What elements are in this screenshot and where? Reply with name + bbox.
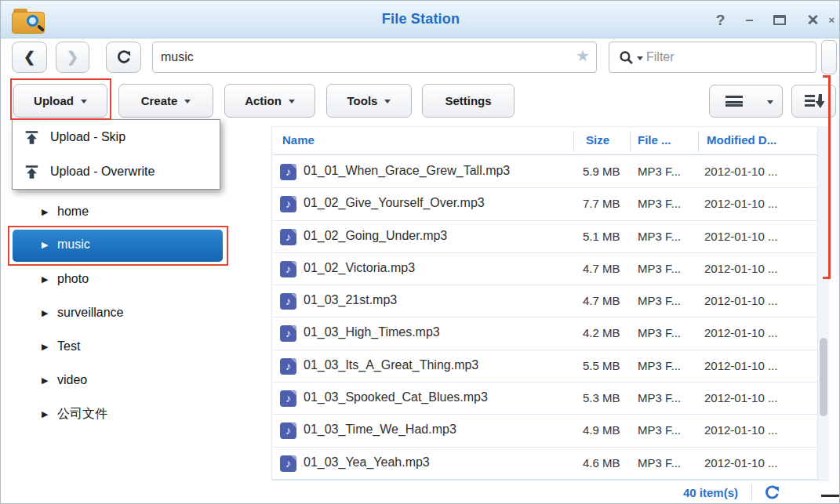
table-row[interactable]: ♪ 01_03_High_Times.mp3 4.2 MB MP3 F... 2… (272, 317, 817, 350)
sidebar-item-video[interactable]: ▶ video (1, 368, 260, 392)
column-header-name[interactable]: Name (282, 133, 315, 147)
list-view-button[interactable] (709, 85, 759, 118)
path-field[interactable]: ★ (152, 42, 597, 73)
file-size: 4.7 MB (583, 294, 620, 307)
sidebar-item-label: photo (57, 272, 89, 286)
column-header-size[interactable]: Size (586, 133, 609, 147)
table-row[interactable]: ♪ 01_03_Yea_Yeah.mp3 4.6 MB MP3 F... 201… (272, 448, 817, 480)
expand-arrow-icon[interactable]: ▶ (42, 342, 48, 352)
table-row[interactable]: ♪ 01_03_Its_A_Great_Thing.mp3 5.5 MB MP3… (272, 350, 817, 383)
file-name: 01_03_21st.mp3 (304, 293, 397, 307)
column-header-modified[interactable]: Modified D... (707, 133, 776, 147)
expand-arrow-icon[interactable]: ▶ (42, 375, 48, 386)
expand-arrow-icon[interactable]: ▶ (42, 409, 48, 419)
item-count-label: 40 item(s) (683, 486, 738, 499)
action-button[interactable]: Action (224, 84, 315, 118)
create-button[interactable]: Create (118, 84, 213, 118)
menu-item-upload-skip[interactable]: Upload - Skip (13, 120, 220, 154)
column-separator[interactable] (573, 131, 574, 152)
status-divider (751, 484, 752, 500)
mp3-file-icon: ♪ (280, 358, 296, 375)
filter-input[interactable] (646, 50, 772, 64)
sidebar-item-label: home (57, 205, 89, 219)
file-name: 01_03_High_Times.mp3 (304, 325, 440, 339)
minimize-icon[interactable]: – (745, 13, 753, 27)
table-row[interactable]: ♪ 01_03_Spooked_Cat_Blues.mp3 5.3 MB MP3… (272, 383, 817, 415)
mp3-file-icon: ♪ (280, 293, 296, 310)
filter-field[interactable] (609, 42, 816, 73)
sidebar-item-home[interactable]: ▶ home (1, 200, 260, 223)
search-icon (619, 50, 634, 65)
file-name: 01_03_Time_We_Had.mp3 (304, 422, 456, 437)
upload-icon (24, 165, 39, 179)
sidebar-item-surveillance[interactable]: ▶ surveillance (1, 301, 260, 325)
sidebar-item-label: Test (57, 339, 80, 354)
file-name: 01_01_When_Grace_Grew_Tall.mp3 (304, 164, 510, 178)
file-type: MP3 F... (638, 456, 681, 470)
status-bar: 40 item(s) (271, 480, 829, 504)
settings-button[interactable]: Settings (422, 84, 515, 118)
file-type: MP3 F... (638, 165, 681, 178)
upload-button[interactable]: Upload (13, 84, 107, 118)
upload-icon (24, 130, 39, 145)
table-row[interactable]: ♪ 01_02_Victoria.mp3 4.7 MB MP3 F... 201… (272, 253, 817, 285)
list-header-row: Name Size File ... Modified D... (272, 126, 817, 155)
sidebar-item-music[interactable]: ▶ music (13, 230, 223, 262)
file-modified: 2012-01-10 ... (704, 359, 777, 372)
expand-arrow-icon[interactable]: ▶ (42, 274, 48, 285)
sidebar-item-company-files[interactable]: ▶ 公司文件 (1, 402, 260, 426)
file-modified: 2012-01-10 ... (704, 294, 777, 307)
file-name: 01_03_Yea_Yeah.mp3 (304, 455, 430, 470)
maximize-icon[interactable] (773, 15, 786, 25)
forward-button[interactable]: ❯ (56, 42, 89, 73)
search-options-caret-icon[interactable] (637, 56, 643, 60)
file-name: 01_03_Its_A_Great_Thing.mp3 (304, 358, 478, 372)
file-modified: 2012-01-10 ... (704, 326, 777, 339)
expand-arrow-icon[interactable]: ▶ (42, 308, 48, 318)
file-size: 5.5 MB (583, 359, 620, 372)
create-button-label: Create (141, 94, 178, 107)
path-input[interactable] (161, 42, 561, 72)
back-button[interactable]: ❮ (12, 42, 47, 73)
file-type: MP3 F... (638, 197, 681, 210)
sidebar-item-test[interactable]: ▶ Test (1, 335, 260, 358)
vertical-scrollbar[interactable] (817, 126, 829, 480)
underscore-mark (821, 495, 840, 497)
file-modified: 2012-01-10 ... (704, 423, 777, 437)
expand-arrow-icon[interactable]: ▶ (42, 207, 48, 217)
edge-partial-button (821, 40, 837, 74)
sort-button[interactable] (791, 85, 836, 118)
upload-dropdown-menu: Upload - Skip Upload - Overwrite (12, 119, 220, 190)
table-row[interactable]: ♪ 01_02_Going_Under.mp3 5.1 MB MP3 F... … (272, 221, 817, 253)
mp3-file-icon: ♪ (280, 422, 296, 439)
file-modified: 2012-01-10 ... (704, 262, 777, 275)
close-icon[interactable]: ✕ (806, 13, 819, 27)
favorite-star-icon[interactable]: ★ (576, 48, 590, 63)
settings-button-label: Settings (445, 94, 491, 107)
tools-button[interactable]: Tools (326, 84, 412, 118)
expand-arrow-icon[interactable]: ▶ (42, 240, 48, 250)
table-row[interactable]: ♪ 01_03_Time_We_Had.mp3 4.9 MB MP3 F... … (272, 415, 817, 447)
table-row[interactable]: ♪ 01_01_When_Grace_Grew_Tall.mp3 5.9 MB … (272, 156, 817, 188)
column-header-type[interactable]: File ... (638, 133, 671, 147)
chevron-down-icon (289, 100, 295, 103)
refresh-button[interactable] (106, 42, 141, 73)
list-view-icon (725, 96, 743, 107)
sidebar-item-label: 公司文件 (57, 406, 107, 422)
table-row[interactable]: ♪ 01_02_Give_Yourself_Over.mp3 7.7 MB MP… (272, 188, 817, 220)
view-options-button[interactable] (758, 85, 783, 118)
file-size: 5.1 MB (583, 230, 620, 243)
scrollbar-thumb[interactable] (820, 338, 827, 416)
file-type: MP3 F... (638, 262, 681, 275)
refresh-icon (764, 484, 780, 501)
file-modified: 2012-01-10 ... (704, 230, 777, 243)
table-row[interactable]: ♪ 01_03_21st.mp3 4.7 MB MP3 F... 2012-01… (272, 285, 817, 317)
column-separator[interactable] (698, 131, 699, 152)
edge-close-icon: × (828, 15, 835, 25)
sidebar-item-photo[interactable]: ▶ photo (1, 267, 260, 291)
column-separator[interactable] (630, 131, 631, 152)
file-rows: ♪ 01_01_When_Grace_Grew_Tall.mp3 5.9 MB … (272, 156, 817, 480)
menu-item-upload-overwrite[interactable]: Upload - Overwrite (13, 154, 220, 189)
status-refresh-button[interactable] (764, 484, 780, 501)
help-icon[interactable]: ? (716, 13, 725, 27)
